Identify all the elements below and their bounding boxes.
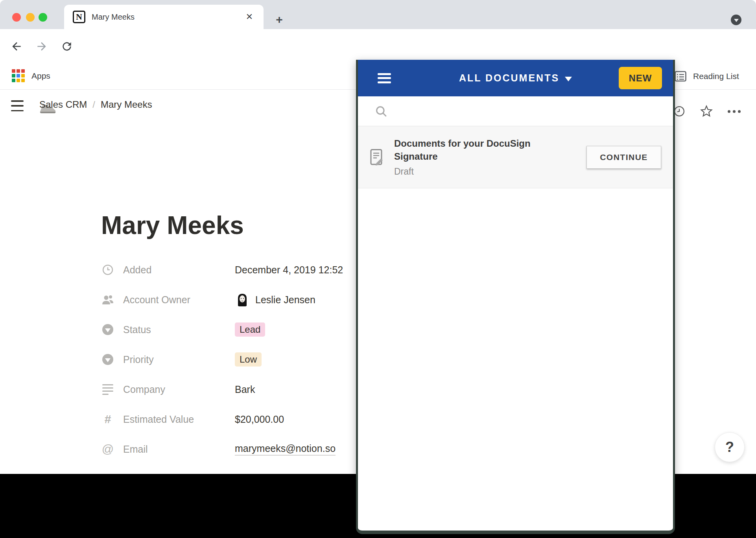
minimize-window-button[interactable]: [26, 13, 35, 22]
back-arrow-icon: [10, 40, 23, 53]
reading-list-icon: [673, 69, 688, 83]
forward-button[interactable]: [33, 38, 50, 55]
property-label[interactable]: Added: [123, 264, 235, 276]
close-window-button[interactable]: [12, 13, 21, 22]
breadcrumb-separator: /: [92, 99, 95, 110]
person-icon: [101, 294, 114, 305]
help-button[interactable]: ?: [715, 432, 745, 462]
number-hash-icon: #: [101, 413, 114, 425]
email-at-icon: @: [101, 443, 114, 455]
zoom-window-button[interactable]: [39, 13, 47, 22]
favorite-star-icon[interactable]: [700, 105, 713, 118]
page-title[interactable]: Mary Meeks: [101, 211, 244, 240]
email-link[interactable]: marymeeks@notion.so: [235, 443, 336, 455]
property-row-company: Company Bark: [101, 374, 343, 404]
sidebar-toggle-icon[interactable]: [11, 100, 24, 111]
new-document-button[interactable]: NEW: [619, 67, 662, 89]
breadcrumb-page[interactable]: Mary Meeks: [101, 99, 152, 110]
property-value-estimated-value[interactable]: $20,000.00: [235, 414, 284, 425]
docusign-search-bar[interactable]: [358, 96, 673, 126]
property-label[interactable]: Priority: [123, 354, 235, 365]
priority-badge[interactable]: Low: [235, 352, 262, 367]
chevron-down-icon: [734, 19, 739, 22]
property-row-email: @ Email marymeeks@notion.so: [101, 434, 343, 464]
page-more-icon[interactable]: [728, 110, 741, 113]
docusign-panel: ALL DOCUMENTS NEW Documents for your Doc…: [356, 60, 675, 534]
document-title: Documents for your DocuSign Signature: [394, 137, 551, 163]
document-list-item[interactable]: Documents for your DocuSign Signature Dr…: [358, 126, 673, 188]
apps-shortcut[interactable]: Apps: [12, 69, 50, 83]
browser-tab[interactable]: N Mary Meeks ✕: [64, 5, 264, 29]
reading-list-label: Reading List: [693, 72, 739, 81]
text-lines-icon: [101, 384, 114, 395]
new-tab-button[interactable]: +: [272, 13, 286, 27]
property-row-added: Added December 4, 2019 12:52: [101, 255, 343, 285]
forward-arrow-icon: [35, 40, 48, 53]
select-chevron-icon: [101, 324, 114, 335]
leslie-avatar: [235, 292, 250, 307]
property-row-priority: Priority Low: [101, 345, 343, 374]
property-label[interactable]: Estimated Value: [123, 414, 235, 425]
breadcrumb-workspace[interactable]: Sales CRM: [39, 99, 87, 110]
status-badge[interactable]: Lead: [235, 322, 265, 337]
reload-icon: [61, 40, 73, 53]
document-status: Draft: [394, 166, 551, 177]
property-value-account-owner[interactable]: Leslie Jensen: [235, 292, 315, 307]
tab-title: Mary Meeks: [92, 13, 135, 22]
select-chevron-icon: [101, 354, 114, 365]
document-signature-icon: [370, 148, 384, 166]
property-row-estimated-value: # Estimated Value $20,000.00: [101, 404, 343, 434]
property-row-status: Status Lead: [101, 315, 343, 345]
apps-grid-icon: [12, 69, 25, 83]
browser-window: N Mary Meeks ✕ + notion.so/camacme/Mary-…: [0, 0, 756, 538]
property-label[interactable]: Company: [123, 384, 235, 395]
reload-button[interactable]: [58, 38, 76, 55]
apps-label: Apps: [31, 71, 50, 81]
docusign-header: ALL DOCUMENTS NEW: [358, 60, 673, 96]
person-name: Leslie Jensen: [255, 294, 315, 306]
tab-search-chevron-icon[interactable]: [731, 15, 741, 25]
clock-icon: [101, 264, 114, 276]
property-label[interactable]: Status: [123, 324, 235, 335]
property-value-added[interactable]: December 4, 2019 12:52: [235, 264, 343, 276]
chevron-down-icon: [565, 77, 572, 81]
page-history-icon[interactable]: [673, 105, 685, 117]
document-info: Documents for your DocuSign Signature Dr…: [394, 137, 551, 177]
reading-list-shortcut[interactable]: Reading List: [673, 69, 739, 83]
tab-strip: N Mary Meeks ✕ +: [0, 0, 756, 29]
browser-toolbar: notion.so/camacme/Mary-Meeks-2219a2de94f…: [0, 29, 756, 64]
property-row-account-owner: Account Owner Leslie Jensen: [101, 285, 343, 315]
property-label[interactable]: Account Owner: [123, 294, 235, 306]
search-icon: [374, 105, 388, 118]
notion-favicon: N: [73, 11, 85, 23]
property-value-company[interactable]: Bark: [235, 384, 255, 395]
back-button[interactable]: [8, 38, 25, 55]
continue-button[interactable]: CONTINUE: [586, 146, 661, 169]
property-label[interactable]: Email: [123, 444, 235, 455]
tab-close-icon[interactable]: ✕: [244, 11, 255, 22]
documents-filter-label: ALL DOCUMENTS: [459, 72, 559, 83]
property-list: Added December 4, 2019 12:52 Account Own…: [101, 255, 343, 464]
